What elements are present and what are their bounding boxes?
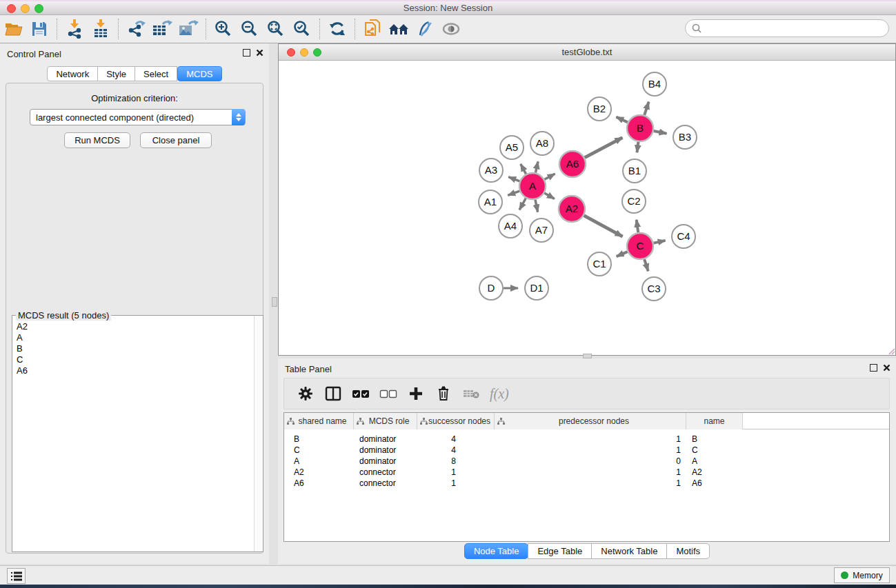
table-close-panel-icon[interactable] <box>883 364 890 372</box>
visibility-icon[interactable] <box>438 17 464 41</box>
node-table[interactable]: shared nameMCDS rolesuccessor nodesprede… <box>283 412 890 542</box>
tab-style[interactable]: Style <box>97 66 135 81</box>
cell-shared-name[interactable]: A6 <box>284 478 354 489</box>
tab-select[interactable]: Select <box>135 66 177 81</box>
maximize-window-button[interactable] <box>34 4 43 13</box>
tab-motifs[interactable]: Motifs <box>666 543 710 559</box>
cell-successor-nodes[interactable]: 4 <box>417 434 495 445</box>
cell-mcds-role[interactable]: connector <box>354 467 417 478</box>
table-row[interactable]: Adominator80A <box>284 456 889 467</box>
edge-B-B3[interactable] <box>654 131 667 134</box>
result-item-a2[interactable]: A2 <box>17 321 250 332</box>
result-item-b[interactable]: B <box>17 343 250 354</box>
edge-A-A6[interactable] <box>545 174 555 179</box>
first-neighbors-icon[interactable] <box>386 17 412 41</box>
result-item-c[interactable]: C <box>17 354 250 365</box>
task-history-button[interactable] <box>7 568 26 584</box>
node-B[interactable]: B <box>627 115 653 141</box>
run-mcds-button[interactable]: Run MCDS <box>64 132 130 148</box>
left-split-handle[interactable] <box>272 297 277 307</box>
cell-successor-nodes[interactable]: 4 <box>417 445 495 456</box>
node-B2[interactable]: B2 <box>588 97 611 121</box>
table-row[interactable]: A2connector11A2 <box>284 467 889 478</box>
node-C1[interactable]: C1 <box>588 252 611 276</box>
deselect-checks-icon[interactable] <box>379 389 397 398</box>
node-A5[interactable]: A5 <box>500 136 524 159</box>
edge-C-C4[interactable] <box>654 241 666 243</box>
network-graph[interactable]: B4B2BB3A8A5A6A3B1AC2A1A2A4A7C4CC1DD1C3 <box>279 61 895 355</box>
cell-successor-nodes[interactable]: 1 <box>417 467 495 478</box>
cell-mcds-role[interactable]: dominator <box>354 445 417 456</box>
table-float-panel-icon[interactable] <box>870 364 877 372</box>
node-A1[interactable]: A1 <box>479 190 502 214</box>
import-network-icon[interactable] <box>61 17 88 41</box>
minimize-window-button[interactable] <box>21 4 30 13</box>
tab-network[interactable]: Network <box>47 66 98 81</box>
delete-column-icon[interactable] <box>435 386 452 401</box>
zoom-in-icon[interactable] <box>210 17 237 41</box>
close-panel-icon[interactable] <box>256 49 263 57</box>
edge-A-A2[interactable] <box>544 193 555 199</box>
edge-A-A1[interactable] <box>508 191 519 195</box>
edge-A6-B[interactable] <box>585 138 623 158</box>
cell-predecessor-nodes[interactable]: 1 <box>495 434 686 445</box>
search-input[interactable] <box>702 21 888 35</box>
memory-button[interactable]: Memory <box>834 567 890 583</box>
table-row[interactable]: Cdominator41C <box>284 445 889 456</box>
delete-table-icon[interactable] <box>462 388 480 399</box>
cell-mcds-role[interactable]: dominator <box>354 456 417 467</box>
column-visibility-icon[interactable] <box>324 386 342 401</box>
node-B3[interactable]: B3 <box>673 125 697 149</box>
node-C[interactable]: C <box>627 233 653 259</box>
function-builder-icon[interactable]: f(x) <box>490 386 509 402</box>
cell-mcds-role[interactable]: dominator <box>354 434 417 445</box>
network-minimize-button[interactable] <box>300 48 308 57</box>
node-C3[interactable]: C3 <box>642 277 666 301</box>
cell-name[interactable]: A <box>686 456 743 467</box>
close-panel-button[interactable]: Close panel <box>140 132 212 148</box>
edge-A-A4[interactable] <box>519 199 526 210</box>
zoom-selected-icon[interactable] <box>289 17 315 41</box>
column-header-shared-name[interactable]: shared name <box>284 413 354 429</box>
export-image-icon[interactable] <box>175 17 201 41</box>
tab-network-table[interactable]: Network Table <box>591 543 667 559</box>
search-field[interactable] <box>685 19 889 37</box>
edge-C-C2[interactable] <box>637 220 639 232</box>
cell-name[interactable]: C <box>686 445 743 456</box>
node-B1[interactable]: B1 <box>623 159 646 183</box>
zoom-fit-icon[interactable] <box>263 17 289 41</box>
close-window-button[interactable] <box>7 4 16 13</box>
save-session-icon[interactable] <box>26 17 52 41</box>
criterion-select[interactable]: largest connected component (directed) <box>30 109 246 125</box>
node-D1[interactable]: D1 <box>525 276 548 300</box>
network-close-button[interactable] <box>287 48 295 57</box>
select-all-checks-icon[interactable] <box>352 389 370 398</box>
resize-grip-icon[interactable] <box>887 347 895 355</box>
cell-shared-name[interactable]: A2 <box>284 467 354 478</box>
edge-A2-C[interactable] <box>584 216 623 237</box>
copy-network-icon[interactable] <box>359 17 386 41</box>
edge-B-B1[interactable] <box>637 142 638 152</box>
apply-layout-icon[interactable] <box>324 17 350 41</box>
result-item-a6[interactable]: A6 <box>17 365 250 376</box>
table-row[interactable]: Bdominator41B <box>284 434 889 445</box>
import-table-icon[interactable] <box>88 17 114 41</box>
cell-successor-nodes[interactable]: 8 <box>417 456 495 467</box>
tab-node-table[interactable]: Node Table <box>464 543 529 559</box>
edge-C-C3[interactable] <box>644 259 648 271</box>
column-header-successor-nodes[interactable]: successor nodes <box>417 413 495 429</box>
annotations-icon[interactable] <box>412 17 438 41</box>
cell-predecessor-nodes[interactable]: 1 <box>495 467 686 478</box>
edge-A-A5[interactable] <box>521 164 526 174</box>
node-D[interactable]: D <box>479 276 503 300</box>
edge-A-A3[interactable] <box>508 177 519 181</box>
zoom-out-icon[interactable] <box>237 17 263 41</box>
node-A8[interactable]: A8 <box>530 132 554 155</box>
cell-name[interactable]: A6 <box>686 478 743 489</box>
column-header-predecessor-nodes[interactable]: predecessor nodes <box>495 413 686 429</box>
node-C4[interactable]: C4 <box>672 225 695 248</box>
cell-shared-name[interactable]: C <box>284 445 354 456</box>
edge-A-A8[interactable] <box>535 161 538 172</box>
result-item-a[interactable]: A <box>17 332 250 343</box>
table-row[interactable]: A6connector11A6 <box>284 478 889 489</box>
